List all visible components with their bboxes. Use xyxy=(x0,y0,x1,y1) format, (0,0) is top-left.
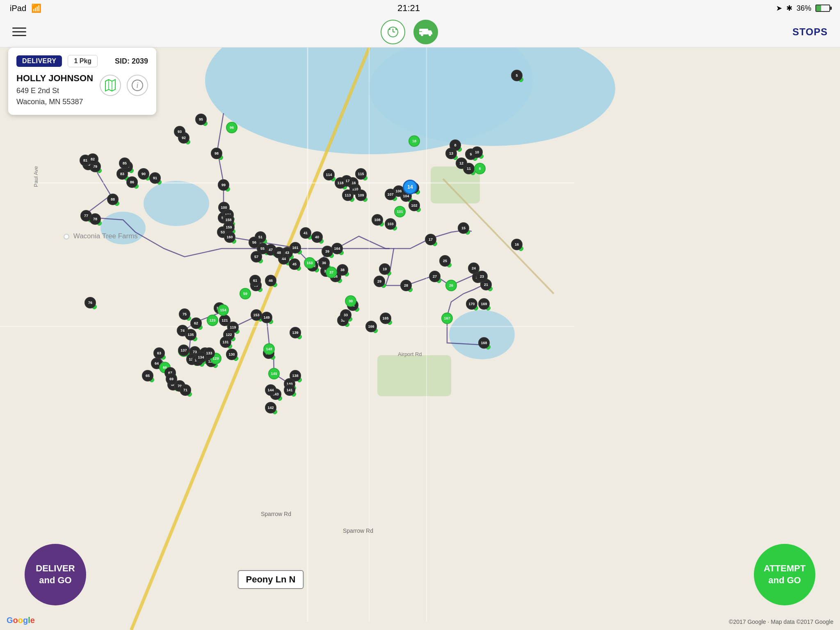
stop-marker[interactable]: 45 xyxy=(289,258,300,270)
stop-marker[interactable]: 168 xyxy=(478,337,490,349)
stop-marker[interactable]: 48 xyxy=(273,247,285,258)
stop-marker[interactable]: 121 xyxy=(219,315,231,326)
stop-marker[interactable]: 6 xyxy=(474,163,486,174)
stop-marker[interactable]: 144 xyxy=(265,384,276,396)
stop-marker[interactable]: 164 xyxy=(331,243,343,254)
stop-marker[interactable]: 93 xyxy=(174,126,185,137)
stop-marker[interactable]: 61 xyxy=(249,275,261,286)
stop-marker[interactable]: 167 xyxy=(441,313,453,324)
stop-marker[interactable]: 145 xyxy=(268,368,280,379)
stop-marker[interactable]: 23 xyxy=(476,271,488,282)
hamburger-menu[interactable] xyxy=(12,27,26,36)
stop-marker[interactable]: 86 xyxy=(126,176,138,188)
stop-marker[interactable]: 75 xyxy=(179,308,190,320)
schedule-button[interactable] xyxy=(381,20,405,44)
stop-marker[interactable]: 37 xyxy=(326,267,337,278)
stop-marker[interactable]: 165 xyxy=(380,313,391,324)
stop-marker[interactable]: 59 xyxy=(240,288,251,299)
stop-marker[interactable]: 10 xyxy=(471,146,483,158)
stop-marker[interactable]: 169 xyxy=(478,298,490,310)
stop-marker[interactable]: 134 xyxy=(195,352,207,363)
stop-marker[interactable]: 36 xyxy=(318,257,330,269)
hamburger-line xyxy=(12,35,26,36)
stop-marker[interactable]: 40 xyxy=(311,231,323,243)
stop-marker[interactable]: 88 xyxy=(107,194,119,205)
map-button[interactable] xyxy=(100,75,121,96)
stop-marker[interactable]: 41 xyxy=(300,227,311,239)
stop-marker[interactable]: 16 xyxy=(511,239,523,250)
stop-marker[interactable]: 107 xyxy=(385,189,396,200)
status-right: ➤ ✱ 36% xyxy=(776,4,830,13)
stops-button[interactable]: STOPS xyxy=(792,26,828,38)
stop-marker[interactable]: 118 xyxy=(335,177,346,189)
delivery-body: HOLLY JOHNSON 649 E 2nd St Waconia, MN 5… xyxy=(16,73,148,107)
stop-marker[interactable]: 85 xyxy=(119,158,130,169)
stop-marker[interactable]: 137 xyxy=(178,345,189,356)
stop-marker[interactable]: 148 xyxy=(263,343,275,355)
stop-marker[interactable]: 71 xyxy=(180,384,191,396)
stop-marker[interactable]: 130 xyxy=(226,349,237,360)
stop-marker[interactable]: 98 xyxy=(211,148,222,159)
airport-rd-label: Airport Rd xyxy=(398,351,422,357)
stop-marker[interactable]: 101 xyxy=(394,206,406,217)
stop-marker[interactable]: 115 xyxy=(355,168,367,180)
stop-marker[interactable]: 161 xyxy=(290,242,301,253)
stop-marker[interactable]: 139 xyxy=(290,327,301,338)
stop-marker[interactable]: 15 xyxy=(458,222,469,234)
stop-marker[interactable]: 114 xyxy=(323,169,335,180)
stop-marker[interactable]: 57 xyxy=(251,251,262,262)
stop-marker[interactable]: 113 xyxy=(342,189,354,201)
stop-marker[interactable]: 103 xyxy=(385,218,396,230)
map-area[interactable]: Paul Ave Airport Rd Waconia Tree Farms 5… xyxy=(0,48,840,630)
stop-marker[interactable]: 135 xyxy=(185,329,196,340)
stop-marker[interactable]: 38 xyxy=(337,264,348,276)
info-button[interactable]: i xyxy=(127,75,148,96)
stop-marker[interactable]: 13 xyxy=(445,148,457,159)
stop-marker[interactable]: 91 xyxy=(149,172,161,184)
stop-marker[interactable]: 19 xyxy=(379,263,390,275)
stop-marker[interactable]: 131 xyxy=(220,336,231,348)
stop-marker[interactable]: 108 xyxy=(372,214,383,226)
stop-marker[interactable]: 153 xyxy=(251,309,262,321)
stop-marker[interactable]: 170 xyxy=(466,298,477,310)
active-stop-marker[interactable]: 14 xyxy=(403,180,418,194)
stop-marker[interactable]: 76 xyxy=(84,297,96,308)
stop-marker[interactable]: 166 xyxy=(365,321,377,332)
stop-marker[interactable]: 154 xyxy=(217,304,229,316)
stop-marker[interactable]: 95 xyxy=(195,114,207,125)
stop-marker[interactable]: 25 xyxy=(439,255,451,267)
stop-marker[interactable]: 30 xyxy=(345,295,356,307)
stop-marker[interactable]: 142 xyxy=(265,402,276,413)
stop-marker[interactable]: 12 xyxy=(456,158,467,169)
stop-marker[interactable]: 17 xyxy=(425,234,436,245)
stop-marker[interactable]: 26 xyxy=(445,280,457,291)
delivery-header: DELIVERY 1 Pkg SID: 2039 xyxy=(16,55,148,67)
truck-button[interactable] xyxy=(413,20,438,44)
stop-marker[interactable]: 18 xyxy=(409,135,420,147)
stop-marker[interactable]: 24 xyxy=(468,262,479,274)
stop-marker[interactable]: 90 xyxy=(138,168,149,180)
stop-marker[interactable]: 29 xyxy=(374,276,385,287)
stop-marker[interactable]: 163 xyxy=(304,257,315,269)
stop-marker[interactable]: 160 xyxy=(224,231,235,243)
stop-marker[interactable]: 78 xyxy=(89,213,101,225)
stop-marker[interactable]: 82 xyxy=(87,153,98,165)
deliver-button[interactable]: DELIVER and GO xyxy=(25,544,86,605)
stop-marker[interactable]: 102 xyxy=(409,200,420,211)
stop-marker[interactable]: 63 xyxy=(153,347,165,359)
stop-marker[interactable]: 28 xyxy=(400,280,412,291)
map-svg xyxy=(0,48,840,630)
stop-marker[interactable]: 96 xyxy=(226,122,237,133)
stop-marker[interactable]: 149 xyxy=(261,312,272,323)
stop-marker[interactable]: 62 xyxy=(190,317,202,329)
attempt-button[interactable]: ATTEMPT and GO xyxy=(754,544,815,605)
stop-marker[interactable]: 27 xyxy=(429,271,441,282)
stop-marker[interactable]: 56 xyxy=(249,237,260,248)
stop-marker[interactable]: 99 xyxy=(218,179,229,191)
stop-marker[interactable]: 5 xyxy=(511,70,523,81)
stop-marker[interactable]: 141 xyxy=(284,384,295,396)
stop-marker[interactable]: 46 xyxy=(265,275,276,286)
stop-marker[interactable]: 65 xyxy=(142,370,153,381)
stop-marker[interactable]: 33 xyxy=(340,309,352,321)
stop-marker[interactable]: 125 xyxy=(207,315,218,326)
